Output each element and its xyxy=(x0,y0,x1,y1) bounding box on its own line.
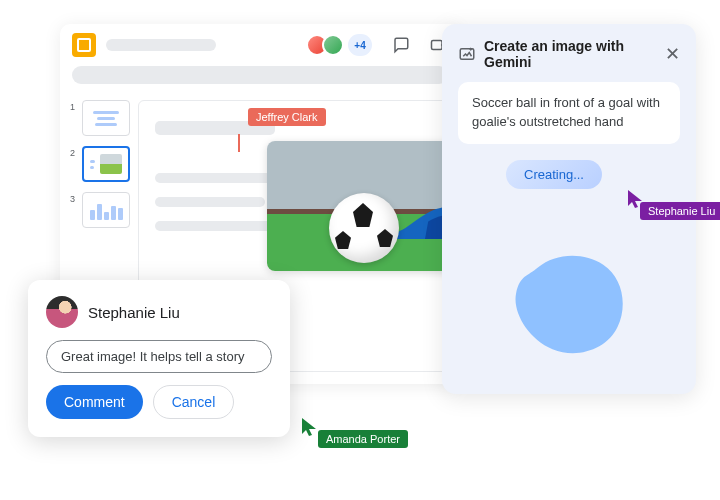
gemini-status-chip: Creating... xyxy=(506,160,602,189)
collaborator-more-count[interactable]: +4 xyxy=(348,34,372,56)
slide-thumbnail[interactable]: 1 xyxy=(70,100,130,136)
svg-rect-1 xyxy=(460,49,474,60)
collaborator-caret xyxy=(238,134,240,152)
slides-logo-icon xyxy=(72,33,96,57)
comment-author: Stephanie Liu xyxy=(88,304,180,321)
text-placeholder xyxy=(155,197,265,207)
comments-icon[interactable] xyxy=(392,36,410,54)
comment-input[interactable] xyxy=(46,340,272,373)
comment-cancel-button[interactable]: Cancel xyxy=(153,385,235,419)
collaborator-tag-amanda: Amanda Porter xyxy=(318,430,408,448)
comment-submit-button[interactable]: Comment xyxy=(46,385,143,419)
doc-title-placeholder[interactable] xyxy=(106,39,216,51)
close-icon[interactable]: ✕ xyxy=(665,45,680,63)
collaborator-cursor xyxy=(302,418,316,436)
collaborator-tag-stephanie: Stephanie Liu xyxy=(640,202,720,220)
generate-image-icon xyxy=(458,45,476,63)
panel-title: Create an image with Gemini xyxy=(484,38,657,70)
app-header: +4 xyxy=(60,24,460,66)
collaborator-avatar[interactable] xyxy=(322,34,344,56)
slide-image-soccer[interactable] xyxy=(267,141,457,271)
text-placeholder xyxy=(155,221,280,231)
gemini-loading-blob xyxy=(502,240,642,370)
slide-thumbnail[interactable]: 3 xyxy=(70,192,130,228)
soccer-ball-icon xyxy=(329,193,399,263)
svg-rect-0 xyxy=(432,41,443,50)
collaborator-avatars: +4 xyxy=(312,34,372,56)
avatar xyxy=(46,296,78,328)
collaborator-tag-jeffrey: Jeffrey Clark xyxy=(248,108,326,126)
comment-popover: Stephanie Liu Comment Cancel xyxy=(28,280,290,437)
toolbar-placeholder[interactable] xyxy=(72,66,448,84)
slide-thumbnail[interactable]: 2 xyxy=(70,146,130,182)
gemini-prompt-text[interactable]: Soccer ball in front of a goal with goal… xyxy=(458,82,680,144)
